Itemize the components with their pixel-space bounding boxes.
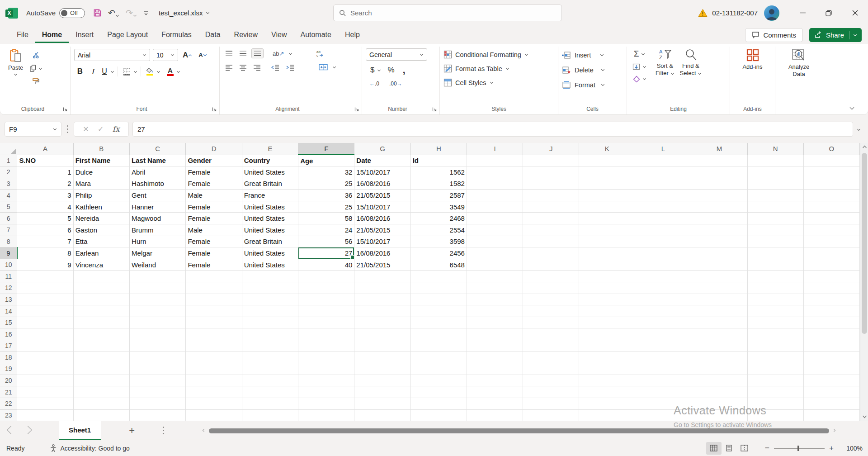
scroll-down-icon[interactable] [863,415,867,418]
cell-O11[interactable] [803,271,859,282]
cell-A4[interactable]: 3 [17,190,73,201]
cell-H7[interactable]: 2554 [410,224,467,236]
format-painter-button[interactable] [28,76,44,86]
vertical-scroll-thumb[interactable] [862,153,867,334]
cell-O9[interactable] [803,247,859,259]
cell-A2[interactable]: 1 [17,166,73,178]
column-header-H[interactable]: H [410,143,467,155]
cell-G10[interactable]: 21/05/2015 [354,259,410,271]
cut-button[interactable] [28,50,44,60]
autosum-button[interactable]: Σ [631,48,648,59]
cell-C4[interactable]: Gent [130,190,186,201]
cell-E12[interactable] [242,282,298,294]
cell-L8[interactable] [635,236,691,247]
cell-E21[interactable] [242,386,298,398]
cell-E20[interactable] [242,375,298,386]
cell-G8[interactable]: 15/10/2017 [354,236,410,247]
cell-L18[interactable] [635,352,691,363]
cell-C7[interactable]: Brumm [130,224,186,236]
cell-D15[interactable] [186,317,242,328]
cell-M10[interactable] [691,259,747,271]
scroll-up-icon[interactable] [863,145,867,149]
cell-O10[interactable] [803,259,859,271]
cell-C8[interactable]: Hurn [130,236,186,247]
cell-J7[interactable] [523,224,579,236]
cell-C15[interactable] [130,317,186,328]
comma-style-button[interactable]: , [401,66,407,74]
cell-H8[interactable]: 3598 [410,236,467,247]
cell-N3[interactable] [747,178,803,190]
orientation-dropdown[interactable] [289,51,292,54]
cell-G7[interactable]: 21/05/2015 [354,224,410,236]
cell-L3[interactable] [635,178,691,190]
cell-G19[interactable] [354,363,410,375]
cell-I11[interactable] [467,271,523,282]
cell-J16[interactable] [523,328,579,340]
cell-I2[interactable] [467,166,523,178]
page-layout-view-button[interactable] [722,442,737,455]
cell-G15[interactable] [354,317,410,328]
cell-K20[interactable] [579,375,635,386]
cell-C23[interactable] [130,409,186,421]
merge-center-dropdown[interactable] [333,65,336,68]
scroll-right-icon[interactable] [832,428,835,432]
cell-J13[interactable] [523,294,579,305]
cell-E10[interactable]: United States [242,259,298,271]
cell-E3[interactable]: Great Britain [242,178,298,190]
cell-E22[interactable] [242,398,298,409]
cell-G20[interactable] [354,375,410,386]
collapse-ribbon-chevron[interactable] [850,105,854,110]
cell-M16[interactable] [691,328,747,340]
customize-toolbar-button[interactable] [143,10,149,16]
cell-I20[interactable] [467,375,523,386]
cell-I13[interactable] [467,294,523,305]
cell-F4[interactable]: 36 [298,190,354,201]
decrease-indent-button[interactable] [269,63,281,72]
row-header-20[interactable]: 20 [0,375,17,386]
cell-G9[interactable]: 16/08/2016 [354,247,410,259]
cell-H9[interactable]: 2456 [410,247,467,259]
cell-F18[interactable] [298,352,354,363]
cell-N13[interactable] [747,294,803,305]
cell-E19[interactable] [242,363,298,375]
row-header-22[interactable]: 22 [0,398,17,409]
cell-F14[interactable] [298,305,354,317]
cell-E23[interactable] [242,409,298,421]
cell-I12[interactable] [467,282,523,294]
cell-M7[interactable] [691,224,747,236]
row-header-10[interactable]: 10 [0,259,17,271]
cell-L16[interactable] [635,328,691,340]
font-size-combo[interactable]: 10 [153,49,178,61]
cell-H10[interactable]: 6548 [410,259,467,271]
cell-L20[interactable] [635,375,691,386]
cell-F15[interactable] [298,317,354,328]
insert-function-button[interactable]: fx [113,124,120,133]
cell-styles-button[interactable]: Cell Styles [443,76,554,90]
cell-M1[interactable] [691,155,747,166]
cell-I9[interactable] [467,247,523,259]
prev-sheet-icon[interactable] [7,426,15,434]
cell-I19[interactable] [467,363,523,375]
cell-D17[interactable] [186,340,242,352]
cell-N14[interactable] [747,305,803,317]
close-button[interactable] [842,0,868,26]
cell-K15[interactable] [579,317,635,328]
cell-O19[interactable] [803,363,859,375]
cell-G3[interactable]: 16/08/2016 [354,178,410,190]
row-header-8[interactable]: 8 [0,236,17,247]
cell-C18[interactable] [130,352,186,363]
cell-F23[interactable] [298,409,354,421]
cell-O2[interactable] [803,166,859,178]
cancel-button[interactable]: ✕ [83,125,89,133]
column-header-C[interactable]: C [130,143,186,155]
cell-H11[interactable] [410,271,467,282]
clear-button[interactable] [631,74,648,84]
cell-L1[interactable] [635,155,691,166]
cell-N17[interactable] [747,340,803,352]
cell-D3[interactable]: Female [186,178,242,190]
cell-M2[interactable] [691,166,747,178]
cell-B3[interactable]: Mara [73,178,129,190]
cell-C21[interactable] [130,386,186,398]
cell-K2[interactable] [579,166,635,178]
cell-D11[interactable] [186,271,242,282]
